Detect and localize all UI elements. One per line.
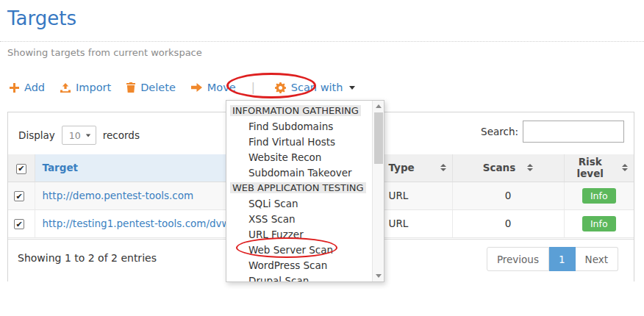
- column-label: Target: [43, 162, 79, 173]
- scans-cell: 0: [452, 182, 564, 209]
- trash-icon: [126, 82, 135, 93]
- import-button[interactable]: Import: [60, 82, 111, 93]
- type-cell: URL: [382, 182, 452, 209]
- target-link[interactable]: http://demo.pentest-tools.com: [43, 190, 194, 201]
- search-input[interactable]: [523, 121, 624, 143]
- column-label: Risk level: [570, 156, 611, 179]
- menu-section-information-gathering: INFORMATION GATHERING: [226, 103, 373, 118]
- chevron-down-icon: [349, 86, 355, 90]
- add-label: Add: [24, 82, 45, 93]
- scan-with-label: Scan with: [291, 82, 343, 93]
- type-cell: URL: [382, 209, 452, 237]
- sort-icon[interactable]: [616, 164, 628, 171]
- gear-icon: [275, 82, 286, 93]
- scrollbar-up-arrow-icon[interactable]: [373, 101, 384, 112]
- menu-item-url-fuzzer[interactable]: URL Fuzzer: [226, 226, 373, 242]
- add-button[interactable]: Add: [10, 82, 45, 93]
- column-label: Type: [389, 162, 415, 173]
- select-all-checkbox[interactable]: ✔: [16, 164, 26, 174]
- pagination: Previous1Next: [487, 247, 618, 271]
- menu-item-find-subdomains[interactable]: Find Subdomains: [226, 118, 373, 134]
- scrollbar-down-arrow-icon[interactable]: [373, 270, 384, 281]
- display-label: Display: [18, 129, 55, 141]
- column-header-scans[interactable]: Scans: [452, 154, 564, 182]
- target-link[interactable]: http://testing1.pentest-tools.com/dvwa/: [43, 218, 240, 229]
- menu-item-find-virtual-hosts[interactable]: Find Virtual Hosts: [226, 134, 373, 149]
- move-button[interactable]: Move: [191, 82, 236, 93]
- previous-page-button[interactable]: Previous: [487, 247, 549, 271]
- toolbar-separator: |: [251, 81, 255, 94]
- column-header-type[interactable]: Type: [382, 154, 452, 182]
- risk-level-badge: Info: [582, 188, 616, 204]
- targets-toolbar: AddImportDeleteMove | Scan with: [10, 81, 355, 94]
- chevron-down-icon: [86, 134, 90, 137]
- page-subtitle: Showing targets from current workspace: [7, 47, 202, 58]
- sort-icon[interactable]: [521, 164, 533, 171]
- page-button-1[interactable]: 1: [549, 247, 576, 271]
- menu-item-wordpress-scan[interactable]: WordPress Scan: [226, 257, 373, 273]
- upload-icon: [60, 83, 71, 93]
- row-checkbox[interactable]: ✔: [14, 219, 24, 229]
- title-divider: [0, 41, 644, 42]
- page-title: Targets: [7, 7, 76, 29]
- dropdown-scrollbar[interactable]: [372, 101, 384, 281]
- menu-item-drupal-scan[interactable]: Drupal Scan: [226, 273, 373, 282]
- scan-with-button[interactable]: Scan with: [275, 82, 356, 93]
- menu-item-sqli-scan[interactable]: SQLi Scan: [226, 195, 373, 211]
- display-records-select[interactable]: 10: [62, 126, 96, 145]
- plus-icon: [10, 83, 19, 93]
- next-page-button[interactable]: Next: [576, 247, 618, 271]
- menu-item-subdomain-takeover[interactable]: Subdomain Takeover: [226, 165, 373, 180]
- display-records-control: Display 10 records: [18, 126, 140, 145]
- import-label: Import: [76, 82, 111, 93]
- entries-summary: Showing 1 to 2 of 2 entries: [18, 252, 157, 264]
- risk-level-badge: Info: [582, 216, 616, 231]
- records-label: records: [103, 129, 140, 141]
- scan-with-dropdown-menu: INFORMATION GATHERINGFind SubdomainsFind…: [226, 100, 384, 282]
- arrow-right-icon: [191, 83, 202, 92]
- column-header-risk[interactable]: Risk level: [564, 154, 634, 182]
- column-label: Scans: [483, 162, 515, 173]
- search-control: Search:: [481, 121, 624, 143]
- search-label: Search:: [481, 126, 518, 137]
- menu-item-website-recon[interactable]: Website Recon: [226, 149, 373, 165]
- delete-button[interactable]: Delete: [126, 82, 176, 93]
- scrollbar-thumb[interactable]: [374, 112, 383, 164]
- menu-item-web-server-scan[interactable]: Web Server Scan: [226, 242, 373, 257]
- column-header-checkbox: ✔: [8, 154, 35, 182]
- scans-cell: 0: [452, 209, 564, 237]
- move-label: Move: [207, 82, 236, 93]
- menu-item-xss-scan[interactable]: XSS Scan: [226, 211, 373, 226]
- display-records-value: 10: [69, 130, 81, 141]
- row-checkbox[interactable]: ✔: [14, 191, 24, 201]
- sort-icon[interactable]: [434, 164, 446, 171]
- menu-section-web-application-testing: WEB APPLICATION TESTING: [226, 180, 373, 195]
- delete-label: Delete: [140, 82, 176, 93]
